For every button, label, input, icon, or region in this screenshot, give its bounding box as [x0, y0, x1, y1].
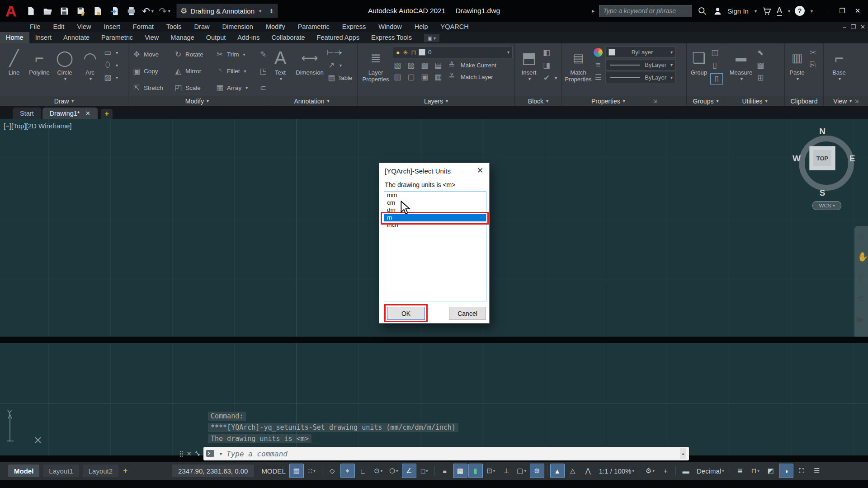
compass-south[interactable]: S	[820, 188, 826, 198]
hatch-button[interactable]: ▨▾	[103, 73, 118, 82]
lineweight-select[interactable]: ByLayer▾	[605, 59, 676, 70]
match-layer-icon[interactable]: ≚	[447, 72, 456, 82]
search-icon[interactable]	[697, 5, 708, 16]
print-icon[interactable]	[126, 5, 137, 16]
isolate-objects-toggle[interactable]: ◩	[764, 464, 778, 478]
cancel-button[interactable]: Cancel	[449, 307, 486, 320]
new-file-icon[interactable]	[25, 5, 36, 16]
viewport-controls-label[interactable]: [−][Top][2D Wireframe]	[4, 122, 71, 130]
sign-in-chevron-icon[interactable]: ▾	[755, 9, 757, 14]
ungroup-button[interactable]: ◫	[710, 48, 723, 57]
menu-express[interactable]: Express	[336, 23, 372, 30]
ribbon-display-toggle[interactable]: ▣▾	[424, 34, 439, 42]
save-as-icon[interactable]	[75, 5, 86, 16]
match-properties-button[interactable]: ▤Match Properties	[564, 45, 593, 83]
export-icon[interactable]	[109, 5, 120, 16]
search-input[interactable]	[599, 5, 692, 17]
layer-lock-icon[interactable]: ▤	[434, 61, 443, 70]
dynamic-ucs-toggle[interactable]: ⊥	[499, 464, 514, 478]
orbit-icon[interactable]: ⟲	[857, 293, 865, 304]
annotation-monitor-toggle[interactable]: ⋀	[581, 464, 595, 478]
selection-filter-toggle[interactable]: ▢▾	[514, 464, 529, 478]
sign-in-label[interactable]: Sign In	[727, 7, 749, 15]
unit-option-mm[interactable]: mm	[384, 192, 486, 199]
block-panel-footer[interactable]: Block▾	[515, 96, 561, 106]
dock-close-icon[interactable]: ✕	[186, 450, 192, 457]
recent-commands-chevron-icon[interactable]: ▾	[220, 451, 222, 456]
layer-thaw-icon[interactable]: ▣	[420, 72, 429, 82]
leader-button[interactable]: ↗▾	[327, 61, 352, 70]
linetype-select[interactable]: ByLayer▾	[605, 72, 676, 83]
draw-panel-footer[interactable]: Draw▾	[0, 96, 128, 106]
plot-icon[interactable]	[92, 5, 103, 16]
text-button[interactable]: AText▾	[268, 45, 292, 81]
doc-minimize-button[interactable]: –	[843, 23, 846, 30]
linear-dimension-button[interactable]: ⊢⊣▾	[327, 48, 352, 57]
ellipse-button[interactable]: ⬯▾	[103, 61, 118, 70]
block-attributes-button[interactable]: ✔▾	[542, 73, 557, 83]
grid-toggle[interactable]: ▦	[289, 464, 304, 478]
qat-customize-icon[interactable]: ⇟	[269, 8, 274, 14]
workspace-gear-select[interactable]: ⚙▾	[643, 464, 657, 478]
cart-icon[interactable]	[761, 5, 772, 16]
object-color-select[interactable]: ByLayer▾	[605, 47, 676, 58]
show-motion-icon[interactable]: ▶	[857, 314, 864, 324]
dock-grip-handle[interactable]: ⣿	[179, 450, 184, 457]
tab-annotate[interactable]: Annotate	[57, 32, 95, 43]
arc-button[interactable]: ◠Arc▾	[78, 45, 102, 81]
command-scrollbar[interactable]: ▲	[680, 448, 686, 459]
tab-insert[interactable]: Insert	[29, 32, 57, 43]
tab-start[interactable]: Start	[13, 108, 42, 119]
redo-button[interactable]: ↷▾	[159, 5, 170, 16]
quick-properties-toggle[interactable]: ≣	[733, 464, 747, 478]
properties-panel-footer[interactable]: Properties▾⇲	[562, 96, 686, 106]
save-icon[interactable]	[59, 5, 70, 16]
tab-manage[interactable]: Manage	[165, 32, 200, 43]
wcs-menu[interactable]: WCS▾	[812, 201, 841, 210]
menu-draw[interactable]: Draw	[188, 23, 216, 30]
polyline-button[interactable]: ⌐Polyline	[27, 45, 52, 76]
line-button[interactable]: ╱Line	[2, 45, 26, 76]
annotation-visibility-toggle[interactable]: ▲	[550, 464, 565, 478]
edit-block-button[interactable]: ◨	[542, 61, 557, 70]
units-select[interactable]: Decimal▾	[694, 464, 727, 478]
tab-layout2[interactable]: Layout2	[83, 465, 118, 477]
tab-layout1[interactable]: Layout1	[43, 465, 79, 477]
copy-clip-button[interactable]: ⎘	[808, 61, 817, 70]
infer-constraints-toggle[interactable]: ◇	[325, 464, 340, 478]
view-panel-footer[interactable]: View▾⇲	[824, 96, 868, 106]
tab-featured-apps[interactable]: Featured Apps	[311, 32, 365, 43]
explode-button[interactable]: ◳	[257, 66, 266, 76]
paste-button[interactable]: ▥Paste▾	[787, 45, 807, 81]
menu-help[interactable]: Help	[408, 23, 434, 30]
offset-button[interactable]: ⊂	[257, 83, 266, 93]
doc-close-button[interactable]: ✕	[860, 23, 865, 30]
help-icon[interactable]: ?	[795, 6, 805, 16]
tab-addins[interactable]: Add-ins	[231, 32, 265, 43]
clean-screen-toggle[interactable]: ⛶	[794, 464, 809, 478]
navigation-wheel-icon[interactable]: ◎	[857, 230, 865, 241]
ok-button[interactable]: OK	[387, 307, 425, 320]
mirror-button[interactable]: ◭Mirror	[172, 66, 213, 76]
search-expand-icon[interactable]: ▸	[592, 8, 594, 14]
menu-yqarch[interactable]: YQARCH	[434, 23, 475, 30]
trim-button[interactable]: ✂Trim▾	[213, 50, 257, 59]
object-snap-toggle[interactable]: □▾	[417, 464, 432, 478]
customize-wrench-icon[interactable]: 🔧︎	[194, 450, 201, 457]
pan-icon[interactable]: ✋	[857, 251, 868, 262]
osnap-3d-toggle[interactable]: ⊡▾	[484, 464, 498, 478]
array-button[interactable]: ▦Array▾	[213, 83, 257, 93]
layer-properties-button[interactable]: ≣Layer Properties	[359, 45, 392, 83]
rectangle-button[interactable]: ▭▾	[103, 48, 118, 57]
tab-model[interactable]: Model	[8, 465, 39, 477]
customize-menu-button[interactable]: ☰	[810, 464, 824, 478]
polar-tracking-toggle[interactable]: ⊙▾	[371, 464, 386, 478]
properties-dialog-launcher[interactable]: ⇲	[653, 99, 657, 103]
group-selection-toggle[interactable]: ▯	[710, 73, 723, 84]
layer-freeze-icon[interactable]: ▩	[420, 61, 429, 70]
groups-panel-footer[interactable]: Groups▾	[687, 96, 725, 106]
circle-button[interactable]: ◯Circle▾	[52, 45, 77, 81]
layers-panel-footer[interactable]: Layers▾	[358, 96, 514, 106]
fillet-button[interactable]: ◝Fillet▾	[213, 66, 257, 76]
make-current-icon[interactable]: ≙	[447, 61, 456, 70]
